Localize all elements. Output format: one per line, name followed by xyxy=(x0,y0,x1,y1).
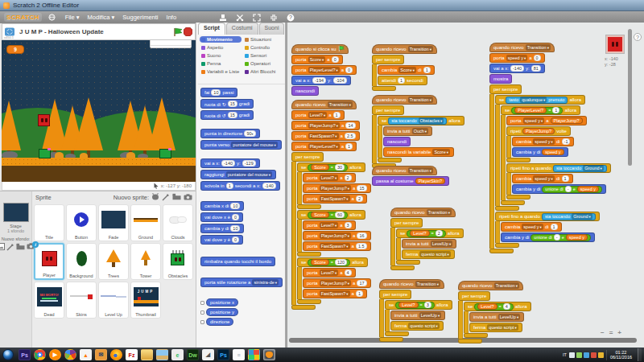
stack-block[interactable]: portaspeed y▾a0 xyxy=(489,53,545,63)
zoom-out-button[interactable]: − xyxy=(601,329,605,336)
c-block[interactable]: per sempreseScore=30alloraportaLevel?▾a2… xyxy=(291,152,371,310)
value-input[interactable]: 1 xyxy=(226,183,233,189)
sensing-block[interactable]: sta toccandoObstacles▾ xyxy=(388,117,447,125)
player-sprite[interactable] xyxy=(38,114,50,126)
c-block-header[interactable]: ripeti fino a quandosta toccandoGround▾ xyxy=(495,212,600,221)
dropdown[interactable]: PlayerJump?▾ xyxy=(320,280,351,286)
enemy-sprite[interactable] xyxy=(159,149,171,158)
sprite-item-player[interactable]: iPlayer xyxy=(34,243,64,280)
value-input[interactable]: 1 xyxy=(423,67,431,73)
stack-block[interactable]: portaPlayerJump?▾a14 xyxy=(291,121,360,130)
c-block-header[interactable]: seLevel?=3allora xyxy=(385,300,452,310)
palette-block[interactable]: vai dove x è0 xyxy=(200,212,243,222)
palette-block[interactable]: ruota di ↺15gradi xyxy=(200,110,254,120)
value-input[interactable]: 60 xyxy=(335,212,345,218)
variable-chip[interactable]: Score xyxy=(311,164,328,171)
grow-sprite-icon[interactable] xyxy=(252,13,262,23)
stack-block[interactable]: vai a x:-140y:81 xyxy=(489,64,545,73)
c-block[interactable]: per semprecambiaScore▾di1attendi1secondi xyxy=(372,55,435,91)
script-stack[interactable]: quando ricevoTransition▾per sempreseLeve… xyxy=(390,208,464,270)
stop-button[interactable] xyxy=(183,27,192,37)
dropdown[interactable]: Transition▾ xyxy=(526,44,551,51)
taskbar-icon-thunderbird[interactable]: ✉ xyxy=(95,349,107,360)
variable-chip[interactable]: speed y xyxy=(542,149,564,155)
category-suono[interactable]: Suono xyxy=(200,52,242,59)
dropdown[interactable]: Level?▾ xyxy=(320,269,338,276)
dropdown[interactable]: PlayerLevel?▾ xyxy=(308,143,340,150)
c-block-header[interactable]: per sempre xyxy=(458,291,490,301)
palette-block[interactable]: vai dove y è0 xyxy=(200,235,243,245)
c-block-header[interactable]: seScore=30allora xyxy=(297,162,365,172)
stack-block[interactable]: portaLevel?▾a3 xyxy=(303,220,356,230)
dropdown[interactable]: Obstacles▾ xyxy=(419,117,444,124)
stack-block[interactable]: cambia y diunione di-espeed y xyxy=(501,232,595,242)
menu-item-file[interactable]: File ▾ xyxy=(63,13,82,22)
dropdown[interactable]: FastSpawn?▾ xyxy=(320,195,350,202)
c-block-header[interactable]: per sempre xyxy=(379,290,411,299)
value-input[interactable]: 30 xyxy=(335,164,345,171)
value-input[interactable]: -194 xyxy=(312,77,326,84)
dropdown[interactable]: PlayerJump?▾ xyxy=(308,122,340,129)
value-input[interactable]: -140 xyxy=(221,160,235,167)
variable-chip[interactable]: PlayerJump? xyxy=(551,117,583,124)
hat-block[interactable]: quando ricevoTransition▾ xyxy=(390,208,456,217)
c-block-header[interactable]: per sempre xyxy=(489,84,522,94)
vertical-scrollbar[interactable] xyxy=(628,29,632,166)
stack-block[interactable]: nascondi la variabileScore▾ xyxy=(383,147,454,157)
script-stack[interactable]: quando ricevoTransition▾per sempreseLeve… xyxy=(458,281,531,343)
taskbar-icon-color-grid[interactable] xyxy=(248,349,260,360)
stack-block[interactable]: portaPlayerJump?▾a16 xyxy=(303,231,371,241)
watcher-checkbox[interactable] xyxy=(200,301,204,305)
c-block[interactable]: per sempreseLevel?=3allorainvia a tuttiL… xyxy=(379,290,452,342)
hat-block[interactable]: quando ricevoTransition▾ xyxy=(372,95,437,105)
c-block-header[interactable]: per sempre xyxy=(372,105,404,115)
language-globe-icon[interactable] xyxy=(47,13,57,23)
dropdown[interactable]: LevelUp▾ xyxy=(431,241,452,247)
stage-selector[interactable]: Stage 1 sfondo Nuovo sfondo: xyxy=(0,191,32,348)
stack-block[interactable]: cambiaspeed y▾di-1 xyxy=(512,137,574,146)
value-input[interactable]: -104 xyxy=(333,77,347,84)
tray-icon-1[interactable] xyxy=(576,352,582,358)
stack-block[interactable]: portaPlayerJump?▾a17 xyxy=(303,278,371,288)
stack-block[interactable]: vai a x:-194y:-104 xyxy=(291,76,351,85)
palette-block[interactable]: cambia x di10 xyxy=(200,201,244,211)
value-input[interactable]: 1 xyxy=(551,224,558,230)
start-button[interactable] xyxy=(2,349,14,360)
dropdown[interactable]: Transition▾ xyxy=(408,167,433,174)
dropdown[interactable]: Transition▾ xyxy=(427,209,452,216)
dropdown[interactable]: Level?▾ xyxy=(320,222,338,228)
taskbar-icon-chrome[interactable] xyxy=(34,349,46,360)
palette-block[interactable]: direzione xyxy=(206,318,233,326)
palette-block[interactable]: cambia y di10 xyxy=(200,224,244,233)
value-input[interactable]: 1 xyxy=(562,175,569,182)
operator-block[interactable]: Score=60 xyxy=(308,212,348,219)
value-input[interactable]: 1 xyxy=(552,107,559,113)
taskbar-icon-vlc[interactable]: ▲ xyxy=(80,349,92,360)
dropdown[interactable]: Transition▾ xyxy=(415,281,440,287)
sprite-item-dead[interactable]: SEI MORTO!Dead xyxy=(34,282,64,319)
sprite-item-trees[interactable]: Trees xyxy=(98,243,129,280)
variable-chip[interactable]: PlayerLevel? xyxy=(514,107,547,113)
script-stack[interactable]: quando ricevoTransition▾passa al costume… xyxy=(372,166,449,186)
taskbar-icon-expression[interactable]: ◢ xyxy=(202,349,214,360)
new-backdrop-image-icon[interactable] xyxy=(0,243,5,252)
palette-block[interactable]: raggiungipuntatore del mouse▾ xyxy=(200,170,276,179)
category-sensori[interactable]: Sensori xyxy=(243,52,285,59)
sprite-item-thumbnail[interactable]: JUMPThumbnail xyxy=(130,282,161,319)
zoom-reset-button[interactable]: = xyxy=(609,329,613,336)
category-penna[interactable]: Penna xyxy=(200,60,242,67)
dropdown[interactable]: Ground▾ xyxy=(583,165,604,171)
stage-watcher-box[interactable] xyxy=(150,40,192,48)
stack-block[interactable]: cambia y diunione di-espeed y xyxy=(512,184,606,194)
dropdown[interactable]: speed y▾ xyxy=(522,224,543,230)
dropdown[interactable]: Level?▾ xyxy=(308,112,327,118)
hat-block[interactable]: quando ricevoTransition▾ xyxy=(372,44,437,54)
taskbar-icon-filezilla[interactable]: Fz xyxy=(126,349,138,360)
c-block[interactable]: seScore=120alloraportaLevel?▾a4portaPlay… xyxy=(297,257,371,304)
c-block-header[interactable]: per sempre xyxy=(390,218,423,228)
tab-costumi[interactable]: Costumi xyxy=(226,23,258,35)
hat-block[interactable]: quando si clicca su xyxy=(291,44,349,54)
category-movimento[interactable]: Movimento xyxy=(200,36,242,43)
stack-block[interactable]: invia a tuttiLevelUp▾ xyxy=(390,311,445,320)
category-altri-blocchi[interactable]: Altri Blocchi xyxy=(243,68,285,75)
